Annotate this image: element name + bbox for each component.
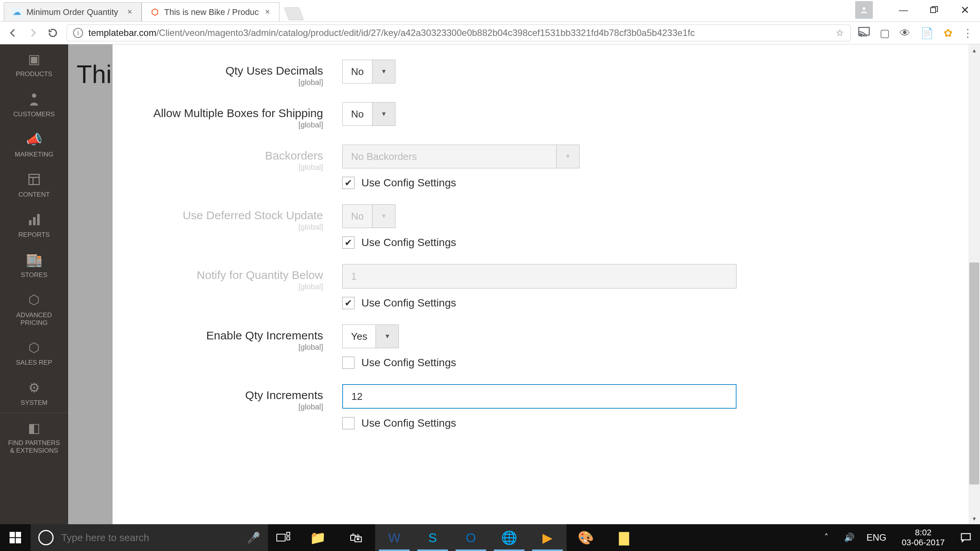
select-value: No (343, 205, 372, 228)
scroll-down-arrow[interactable]: ▾ (969, 513, 980, 524)
enable-qty-increments-select[interactable]: Yes ▼ (342, 324, 399, 348)
tab-inactive[interactable]: ☁ Minimum Order Quantity × (4, 2, 142, 21)
multi-boxes-select[interactable]: No ▼ (342, 102, 395, 126)
scroll-thumb[interactable] (969, 262, 979, 484)
field-multi-boxes: Allow Multiple Boxes for Shipping [globa… (136, 102, 923, 129)
user-icon[interactable] (855, 1, 873, 19)
select-value: No Backorders (343, 145, 556, 168)
sidebar-item-advanced-pricing[interactable]: ⬡ ADVANCEDPRICING (0, 285, 68, 333)
page-viewport: This ▣ PRODUCTS CUSTOMERS 📣 MARKETING CO… (0, 44, 980, 524)
pin-word[interactable]: W (375, 524, 413, 551)
sidebar-item-label: STORES (21, 271, 47, 279)
extension-icon[interactable]: ▢ (880, 27, 890, 39)
notify-below-input: 1 (342, 264, 737, 289)
field-scope: [global] (136, 282, 323, 291)
new-tab-button[interactable] (284, 7, 304, 20)
hex-icon: ⬡ (26, 292, 42, 308)
taskbar-search-input[interactable] (61, 532, 239, 544)
svg-rect-11 (16, 538, 21, 543)
tab-active[interactable]: ⬡ This is new Bike / Produc × (142, 2, 279, 21)
close-icon[interactable]: × (264, 8, 271, 16)
action-center-icon[interactable] (956, 524, 975, 551)
sidebar-item-stores[interactable]: 🏬 STORES (0, 245, 68, 285)
panel-scrollbar[interactable]: ▴ ▾ (969, 44, 980, 524)
qty-increments-input[interactable]: 12 (342, 384, 737, 409)
clock-date: 03-06-2017 (902, 538, 945, 548)
pin-outlook[interactable]: O (452, 524, 490, 551)
field-label: Use Deferred Stock Update (136, 209, 323, 222)
svg-rect-9 (16, 532, 21, 537)
enable-qty-inc-use-config-checkbox[interactable] (342, 357, 354, 369)
bookmark-icon[interactable]: ☆ (836, 28, 844, 38)
sidebar-item-find-partners[interactable]: ◧ FIND PARTNERS& EXTENSIONS (0, 413, 68, 460)
field-scope: [global] (136, 78, 323, 87)
scroll-up-arrow[interactable]: ▴ (969, 44, 980, 56)
bars-icon (26, 212, 42, 227)
sidebar-item-products[interactable]: ▣ PRODUCTS (0, 44, 68, 85)
qty-decimals-select[interactable]: No ▼ (342, 60, 395, 83)
sidebar-item-content[interactable]: CONTENT (0, 165, 68, 205)
field-label: Qty Uses Decimals (136, 64, 323, 77)
sidebar-item-label: CUSTOMERS (13, 111, 55, 118)
svg-point-3 (32, 93, 36, 98)
qty-increments-use-config-checkbox[interactable] (342, 417, 354, 429)
deferred-stock-select: No ▼ (342, 204, 395, 228)
chevron-down-icon: ▼ (372, 60, 395, 83)
minimize-button[interactable]: — (888, 0, 919, 20)
close-icon[interactable]: × (126, 8, 134, 16)
taskbar-search[interactable]: 🎤 (31, 524, 268, 551)
cast-icon[interactable] (858, 27, 870, 39)
use-config-label: Use Config Settings (361, 357, 456, 369)
pin-store[interactable]: 🛍 (337, 524, 375, 551)
pdf-icon[interactable]: 📄 (920, 27, 934, 39)
tray-chevron-up-icon[interactable]: ˄ (820, 533, 832, 543)
browser-toolbar: i templatebar.com/Client/veon/magento3/a… (0, 21, 980, 44)
sidebar-item-reports[interactable]: REPORTS (0, 205, 68, 245)
taskbar-pins: 📁 🛍 W S O 🌐 ▶ 🎨 ▇ (299, 524, 643, 551)
extension-icons: ▢ 👁 📄 ✿ ⋮ (858, 27, 973, 39)
address-bar[interactable]: i templatebar.com/Client/veon/magento3/a… (67, 24, 851, 41)
windows-taskbar: 🎤 📁 🛍 W S O 🌐 ▶ 🎨 ▇ ˄ 🔊 ENG 8:02 03-06-2… (0, 524, 980, 551)
pin-app-orange[interactable]: ▶ (528, 524, 567, 551)
maximize-button[interactable] (919, 0, 949, 20)
start-button[interactable] (0, 524, 31, 551)
microphone-icon[interactable]: 🎤 (247, 531, 260, 544)
field-backorders: Backorders [global] No Backorders ▼ Use … (136, 145, 923, 189)
sidebar-item-system[interactable]: ⚙ SYSTEM (0, 373, 68, 413)
close-window-button[interactable]: ✕ (949, 0, 980, 20)
pin-sticky-notes[interactable]: ▇ (605, 524, 643, 551)
layout-icon (26, 172, 42, 187)
sidebar-item-sales-rep[interactable]: ⬡ SALES REP (0, 333, 68, 373)
sidebar-item-marketing[interactable]: 📣 MARKETING (0, 125, 68, 165)
field-label: Allow Multiple Boxes for Shipping (136, 107, 323, 120)
svg-rect-13 (287, 532, 290, 535)
pin-skype[interactable]: S (413, 524, 452, 551)
field-scope: [global] (136, 343, 323, 352)
field-qty-increments: Qty Increments [global] 12 Use Config Se… (136, 384, 923, 429)
sidebar-item-label: ADVANCEDPRICING (16, 311, 52, 326)
pin-chrome[interactable]: 🌐 (490, 524, 528, 551)
cortana-icon[interactable] (38, 530, 54, 545)
volume-icon[interactable]: 🔊 (843, 533, 855, 543)
menu-kebab-icon[interactable]: ⋮ (962, 27, 973, 39)
input-language[interactable]: ENG (866, 532, 886, 543)
backorders-use-config-checkbox[interactable] (342, 177, 354, 189)
site-info-icon[interactable]: i (73, 28, 83, 38)
task-view-button[interactable] (268, 532, 299, 543)
sidebar-item-label: REPORTS (18, 231, 50, 239)
deferred-stock-use-config-checkbox[interactable] (342, 236, 354, 249)
pin-file-explorer[interactable]: 📁 (299, 524, 337, 551)
flower-icon[interactable]: ✿ (944, 27, 952, 39)
taskbar-clock[interactable]: 8:02 03-06-2017 (902, 528, 945, 548)
back-button[interactable] (7, 27, 19, 39)
system-tray: ˄ 🔊 ENG 8:02 03-06-2017 (820, 524, 980, 551)
content-panel: Qty Uses Decimals [global] No ▼ Allow Mu… (113, 44, 969, 524)
sidebar-item-label: PRODUCTS (16, 70, 52, 78)
notify-below-use-config-checkbox[interactable] (342, 297, 354, 309)
cloud-icon: ☁ (12, 7, 22, 17)
pin-paint[interactable]: 🎨 (567, 524, 605, 551)
reload-button[interactable] (47, 27, 59, 39)
forward-button[interactable] (27, 27, 39, 39)
eye-icon[interactable]: 👁 (900, 27, 910, 39)
sidebar-item-customers[interactable]: CUSTOMERS (0, 85, 68, 125)
